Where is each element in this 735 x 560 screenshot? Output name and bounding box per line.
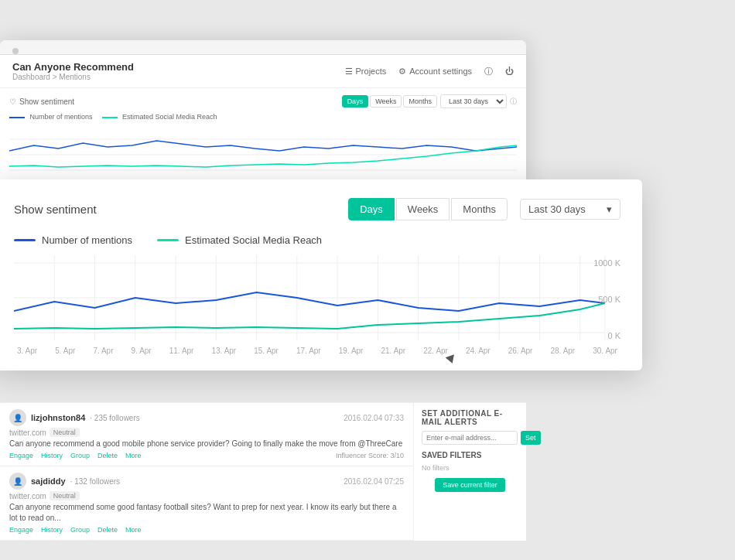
post-text: Can anyone recommend some good fantasy f… — [9, 502, 404, 524]
account-settings-label: Account settings — [409, 67, 472, 76]
months-button[interactable]: Months — [451, 198, 508, 220]
post-date: 2016.02.04 07:25 — [344, 477, 404, 486]
x-label: 28. Apr — [551, 347, 576, 355]
help-icon[interactable]: ⓘ — [484, 66, 493, 77]
reach-legend-dash — [157, 239, 179, 241]
projects-label: Projects — [356, 67, 387, 76]
chart-container-small: ♡ Show sentiment Days Weeks Months Last … — [0, 88, 526, 187]
x-label: 9. Apr — [132, 347, 152, 355]
x-label: 26. Apr — [508, 347, 533, 355]
overlay-card: Show sentiment Days Weeks Months Last 30… — [0, 179, 642, 370]
email-alerts-title: SET ADDITIONAL E-MAIL ALERTS — [422, 409, 518, 426]
y-axis-labels: 1000 K 500 K 0 K — [593, 255, 620, 343]
engage-btn[interactable]: Engage — [9, 526, 33, 534]
account-settings-nav[interactable]: ⚙ Account settings — [398, 67, 472, 77]
post-source: twitter.com — [9, 492, 46, 500]
x-label: 5. Apr — [55, 347, 75, 355]
delete-btn[interactable]: Delete — [97, 526, 118, 534]
x-label: 24. Apr — [466, 347, 491, 355]
x-label: 13. Apr — [212, 347, 237, 355]
no-filters-label: No filters — [422, 464, 518, 472]
reach-legend: Estimated Social Media Reach — [157, 234, 322, 246]
days-button[interactable]: Days — [348, 198, 395, 220]
months-btn-small[interactable]: Months — [403, 95, 437, 108]
post-actions: Engage History Group Delete More Influen… — [9, 452, 404, 459]
set-button[interactable]: Set — [521, 431, 541, 445]
weeks-button[interactable]: Weeks — [396, 198, 450, 220]
legend-small: Number of mentions Estimated Social Medi… — [9, 113, 517, 121]
y-label-0: 0 K — [593, 331, 620, 340]
mentions-legend-label: Number of mentions — [42, 234, 132, 246]
avatar: 👤 — [9, 473, 26, 490]
x-label: 22. Apr — [423, 347, 448, 355]
post-actions: Engage History Group Delete More — [9, 526, 404, 534]
header-nav: ☰ Projects ⚙ Account settings ⓘ ⏻ — [345, 66, 514, 77]
saved-filters-title: SAVED FILTERS — [422, 451, 518, 459]
x-label: 17. Apr — [296, 347, 321, 355]
bottom-section: 👤 lizjohnston84 · 235 followers 2016.02.… — [0, 402, 526, 541]
y-label-1000: 1000 K — [593, 258, 620, 268]
engage-btn[interactable]: Engage — [9, 452, 33, 459]
range-dropdown[interactable]: Last 30 days ▾ — [520, 199, 620, 220]
x-label: 19. Apr — [339, 347, 364, 355]
more-btn[interactable]: More — [125, 526, 142, 534]
avatar: 👤 — [9, 409, 26, 426]
post-username: lizjohnston84 — [31, 413, 85, 422]
mentions-legend-dash — [14, 239, 36, 241]
hamburger-icon[interactable]: ☰ Projects — [345, 67, 387, 77]
chevron-down-icon: ▾ — [607, 203, 612, 215]
post-text: Can anyone recommend a good mobile phone… — [9, 439, 404, 449]
weeks-btn-small[interactable]: Weeks — [370, 95, 402, 108]
post-date: 2016.02.04 07:33 — [344, 414, 404, 422]
influencer-score: Influencer Score: 3/10 — [336, 452, 404, 459]
show-sentiment-small: ♡ Show sentiment — [9, 97, 74, 106]
history-btn[interactable]: History — [41, 526, 63, 534]
period-buttons-small: Days Weeks Months — [342, 95, 437, 108]
legend-row: Number of mentions Estimated Social Medi… — [14, 234, 620, 246]
main-chart: 1000 K 500 K 0 K — [14, 255, 620, 343]
y-label-500: 500 K — [593, 295, 620, 304]
posts-panel: 👤 lizjohnston84 · 235 followers 2016.02.… — [0, 403, 414, 541]
post-item: 👤 sajdiddy · 132 followers 2016.02.04 07… — [0, 466, 413, 541]
history-btn[interactable]: History — [41, 452, 63, 459]
sentiment-badge: Neutral — [50, 428, 80, 437]
x-label: 15. Apr — [254, 347, 279, 355]
post-username: sajdiddy — [31, 476, 66, 486]
breadcrumb: Dashboard > Mentions — [12, 73, 134, 81]
app-title: Can Anyone Recommend — [12, 61, 134, 73]
browser-chrome — [0, 40, 526, 55]
mentions-legend: Number of mentions — [14, 234, 132, 246]
small-chart-svg — [9, 124, 517, 178]
days-btn-small[interactable]: Days — [342, 95, 369, 108]
x-label: 30. Apr — [593, 347, 617, 355]
period-buttons: Days Weeks Months — [348, 198, 508, 220]
app-header: Can Anyone Recommend Dashboard > Mention… — [0, 55, 526, 88]
post-source: twitter.com — [9, 429, 46, 437]
email-row: Set — [422, 431, 518, 445]
post-followers: · 235 followers — [90, 414, 139, 422]
group-btn[interactable]: Group — [70, 452, 90, 459]
x-label: 11. Apr — [169, 347, 194, 355]
range-dropdown-small[interactable]: Last 30 days — [440, 94, 507, 108]
x-label: 7. Apr — [93, 347, 113, 355]
x-label: 3. Apr — [17, 347, 37, 355]
save-filter-button[interactable]: Save current filter — [435, 478, 505, 492]
more-btn[interactable]: More — [125, 452, 142, 459]
x-axis-labels: 3. Apr 5. Apr 7. Apr 9. Apr 11. Apr 13. … — [14, 347, 620, 355]
post-item: 👤 lizjohnston84 · 235 followers 2016.02.… — [0, 403, 413, 466]
show-sentiment-label: Show sentiment — [14, 203, 97, 216]
post-followers: · 132 followers — [70, 477, 120, 486]
main-chart-svg — [14, 255, 620, 340]
reach-legend-label: Estimated Social Media Reach — [185, 234, 322, 246]
sentiment-row: Show sentiment Days Weeks Months Last 30… — [14, 198, 620, 220]
sidebar-panel: SET ADDITIONAL E-MAIL ALERTS Set SAVED F… — [414, 403, 526, 541]
x-label: 21. Apr — [381, 347, 406, 355]
browser-dot — [12, 48, 19, 54]
delete-btn[interactable]: Delete — [97, 452, 118, 459]
power-icon[interactable]: ⏻ — [505, 67, 514, 76]
info-icon-small: ⓘ — [510, 97, 517, 107]
group-btn[interactable]: Group — [70, 526, 90, 534]
sentiment-badge: Neutral — [50, 491, 80, 500]
email-input[interactable] — [422, 431, 518, 445]
